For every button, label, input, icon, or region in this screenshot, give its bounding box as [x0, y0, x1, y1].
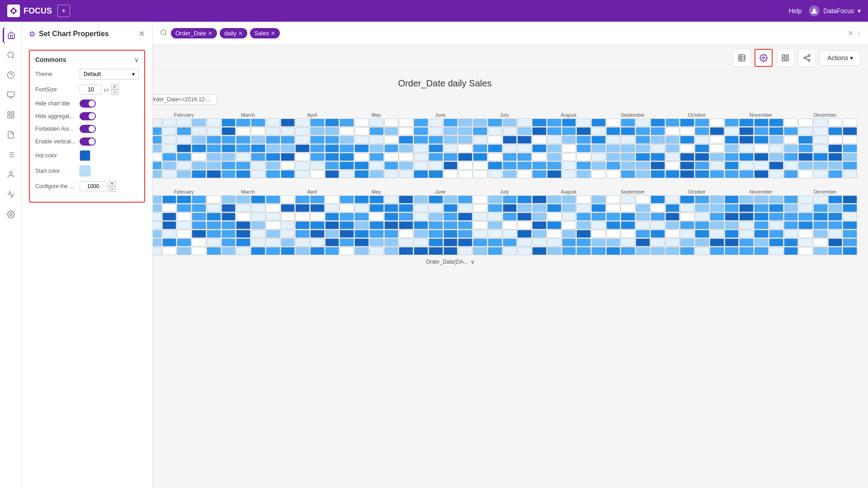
help-link[interactable]: Help [789, 7, 802, 14]
sidebar-item-document[interactable] [3, 127, 19, 143]
heatmap-cell [503, 238, 517, 246]
heatmap-cell [843, 230, 857, 238]
configure-input[interactable]: 1000 [80, 181, 107, 191]
heatmap-cell [310, 136, 325, 144]
heatmap-cell [236, 230, 250, 238]
heatmap-cell [251, 195, 265, 204]
settings-button[interactable] [755, 49, 773, 67]
heatmap-cell [680, 238, 694, 246]
heatmap-cell [532, 221, 547, 229]
configure-decrement[interactable]: − [108, 186, 116, 192]
sidebar-item-search[interactable] [3, 47, 19, 63]
configure-increment[interactable]: + [108, 181, 116, 186]
heatmap-cell [488, 127, 502, 135]
heatmap-cell [695, 136, 709, 144]
svg-rect-12 [11, 116, 14, 118]
month-label-June: June [408, 189, 472, 194]
fontsize-decrement[interactable]: − [111, 90, 118, 95]
panel-close-button[interactable]: ✕ [138, 29, 145, 39]
sidebar-item-home[interactable] [3, 27, 19, 43]
heatmap-cell [725, 204, 739, 212]
heatmap-cell [562, 153, 576, 161]
heatmap-cell [281, 170, 295, 178]
heatmap-cell [369, 170, 384, 178]
heatmap-cell [651, 221, 665, 229]
heatmap-cell [429, 230, 443, 238]
sidebar-item-list[interactable] [3, 147, 19, 163]
heatmap-cell [414, 118, 428, 127]
heatmap-cell [769, 170, 783, 178]
heatmap-cell [414, 204, 428, 212]
heatmap-cell [798, 221, 813, 229]
chip-daily-label: daily [224, 30, 236, 37]
heatmap-cell [503, 153, 517, 161]
actions-button[interactable]: Actions ▾ [820, 50, 861, 66]
heatmap-cell [369, 153, 384, 161]
heatmap-cell [680, 161, 694, 170]
sidebar-item-grid[interactable] [3, 107, 19, 123]
forbidden-ani-toggle[interactable] [80, 125, 96, 133]
heatmap-cell [562, 204, 576, 212]
heatmap-cell [503, 127, 517, 135]
sidebar-item-settings[interactable] [3, 206, 19, 223]
heatmap-cell [325, 213, 340, 221]
heatmap-cell [591, 230, 606, 238]
heatmap-cell [695, 144, 709, 152]
month-label-February: February [152, 112, 216, 118]
chip-sales-remove[interactable]: ✕ [271, 30, 275, 37]
heatmap-cell [384, 247, 399, 255]
user-menu[interactable]: DataFocus ▾ [809, 5, 861, 16]
x-axis-text: Order_Date(DA... [426, 259, 468, 265]
heatmap-cell [517, 161, 532, 170]
heatmap-cell [547, 221, 561, 229]
heatmap-cell [576, 136, 591, 144]
heatmap-cell [458, 247, 472, 255]
heatmap-cell [458, 230, 472, 238]
heatmap-cell [207, 204, 221, 212]
chip-order-date-remove[interactable]: ✕ [208, 30, 212, 37]
hide-chart-title-toggle[interactable] [80, 99, 96, 108]
heatmap-cell [443, 118, 458, 127]
share-button[interactable] [798, 49, 816, 67]
sidebar-item-activity[interactable] [3, 186, 19, 203]
sidebar-item-person[interactable] [3, 166, 19, 183]
heatmap-cell [843, 204, 857, 212]
heatmap-cell [606, 170, 621, 178]
hot-color-swatch[interactable] [80, 150, 90, 161]
heatmap-cell [680, 136, 694, 144]
heatmap-cell [162, 238, 177, 246]
svg-point-32 [808, 55, 810, 57]
heatmap-cell [739, 144, 754, 152]
month-label-November: November [729, 112, 793, 118]
heatmap-cell [207, 144, 221, 152]
heatmap-cell [636, 136, 650, 144]
navbar-add-button[interactable]: + [57, 5, 70, 17]
hide-aggregat-toggle[interactable] [80, 112, 96, 120]
heatmap-cell [695, 221, 709, 229]
fontsize-input[interactable]: 10 [80, 85, 102, 95]
fontsize-increment[interactable]: + [111, 84, 118, 90]
heatmap-cell [562, 230, 576, 238]
commons-title: Commons [35, 56, 66, 63]
commons-header[interactable]: Commons ∨ [35, 56, 139, 63]
heatmap-cell [739, 213, 754, 221]
heatmap-cell [354, 144, 369, 152]
start-color-swatch[interactable] [80, 166, 90, 176]
clear-search-icon[interactable]: ✕ [848, 29, 854, 38]
heatmap-cell [680, 221, 694, 229]
chip-daily-remove[interactable]: ✕ [238, 30, 243, 37]
heatmap-cell [843, 238, 857, 246]
heatmap-cell [813, 247, 828, 255]
heatmap-cell [443, 127, 458, 135]
search-options-icon[interactable]: ↕ [857, 29, 861, 38]
sidebar-item-monitor[interactable] [3, 87, 19, 103]
heatmap-cell [295, 213, 310, 221]
enable-vertical-toggle[interactable] [80, 137, 96, 146]
x-axis-label[interactable]: Order_Date(DA... ∨ [43, 259, 857, 265]
heatmap-cell [399, 213, 413, 221]
grid-button[interactable] [776, 49, 794, 67]
theme-select[interactable]: Default ▾ [80, 69, 139, 80]
sidebar-item-help[interactable] [3, 67, 19, 83]
table-view-button[interactable] [733, 49, 751, 67]
heatmap-cell [532, 213, 547, 221]
